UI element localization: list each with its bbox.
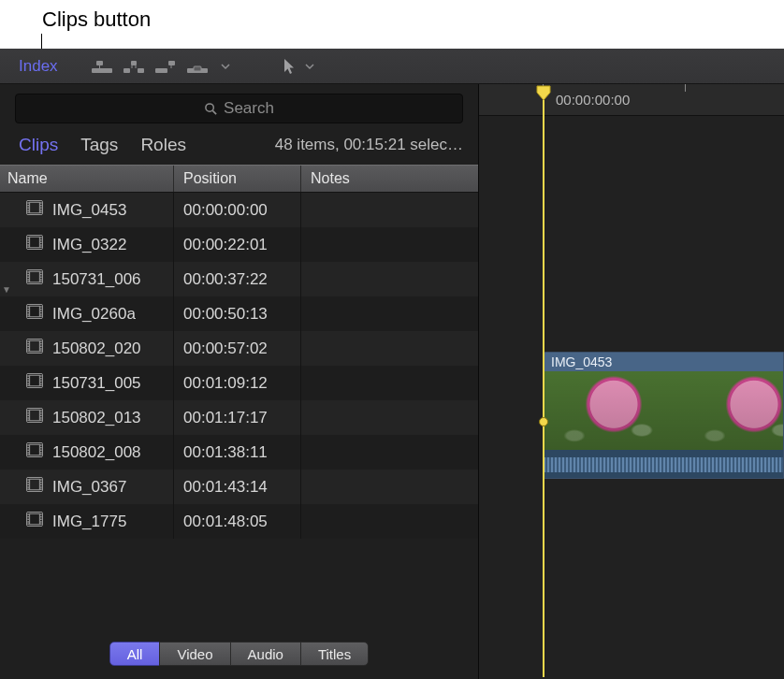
tab-tags[interactable]: Tags [80,135,118,155]
ruler-tick [685,84,686,92]
svg-rect-129 [40,519,41,521]
svg-rect-32 [40,239,41,241]
svg-rect-125 [27,521,28,523]
filter-video[interactable]: Video [159,642,230,666]
film-icon [26,304,43,324]
svg-rect-112 [27,484,28,486]
filter-all[interactable]: All [109,642,161,666]
svg-rect-55 [40,306,41,308]
cell-name: IMG_0367 [0,470,174,504]
svg-rect-14 [27,202,28,204]
svg-rect-127 [40,513,41,515]
cell-position: 00:00:22:01 [174,227,301,262]
filter-audio[interactable]: Audio [230,642,301,666]
svg-rect-59 [40,315,41,317]
svg-rect-130 [40,521,41,523]
svg-rect-56 [40,309,41,311]
table-row[interactable]: IMG_036700:01:43:14 [0,470,478,504]
clip-name: IMG_1775 [52,513,126,531]
svg-rect-85 [30,410,40,421]
cell-position: 00:01:38:11 [174,435,301,470]
main-row: Search Clips Tags Roles 48 items, 00:15:… [0,84,784,679]
svg-rect-21 [40,208,41,209]
app-window: Index [0,49,784,679]
svg-rect-113 [27,486,28,488]
svg-rect-96 [27,442,43,456]
timeline-ruler[interactable]: 00:00:00:00 [479,84,784,116]
table-row[interactable]: IMG_177500:01:48:05 [0,504,478,539]
svg-rect-36 [27,269,43,283]
timecode-label: 00:00:00:00 [556,92,630,108]
disclosure-triangle-icon[interactable]: ▼ [2,284,11,295]
table-row[interactable]: 150731_00500:01:09:12 [0,366,478,400]
overwrite-clip-icon[interactable] [185,56,210,77]
svg-rect-35 [40,246,41,248]
tab-roles[interactable]: Roles [140,135,186,155]
chevron-down-icon[interactable] [213,56,238,77]
chevron-down-icon[interactable] [298,56,322,77]
svg-rect-114 [27,488,28,490]
svg-rect-93 [40,415,41,417]
svg-rect-62 [27,340,28,342]
callout-label: Clips button [42,7,151,32]
svg-rect-19 [40,202,41,204]
film-icon [26,408,43,427]
svg-rect-63 [27,343,28,345]
svg-rect-65 [27,348,28,350]
insert-clip-icon[interactable] [122,56,146,77]
svg-rect-47 [40,281,41,282]
table-row[interactable]: IMG_032200:00:22:01 [0,227,478,262]
table-row[interactable]: 150802_00800:01:38:11 [0,435,478,470]
svg-rect-4 [138,68,144,73]
svg-rect-27 [27,239,28,241]
index-button[interactable]: Index [11,54,65,79]
film-icon [26,269,43,289]
svg-rect-49 [30,306,40,317]
append-clip-icon[interactable] [153,56,178,77]
skimmer-marker-icon[interactable] [539,417,548,426]
clip-name: 150802_013 [52,409,141,427]
timeline[interactable]: 00:00:00:00 IMG_0453 [479,84,784,679]
svg-rect-81 [40,381,41,383]
search-input[interactable]: Search [15,94,463,123]
svg-rect-9 [194,66,201,71]
svg-rect-17 [27,209,28,211]
svg-rect-46 [40,279,41,281]
table-row[interactable]: 150802_01300:01:17:17 [0,400,478,435]
svg-rect-3 [123,68,130,73]
svg-rect-95 [40,419,41,421]
svg-rect-0 [92,68,112,73]
cell-position: 00:01:17:17 [174,400,301,435]
cell-name: 150802_008 [0,435,174,470]
table-row[interactable]: 150731_00600:00:37:22 [0,262,478,296]
table-row[interactable]: 150802_02000:00:57:02 [0,331,478,366]
svg-rect-28 [27,242,28,244]
table-row[interactable]: IMG_0260a00:00:50:13 [0,296,478,331]
header-notes[interactable]: Notes [301,166,478,192]
filter-segment: All Video Audio Titles [0,632,478,679]
svg-rect-64 [27,346,28,348]
svg-rect-91 [40,410,41,412]
svg-rect-123 [27,516,28,518]
svg-rect-38 [27,271,28,273]
table-row[interactable]: IMG_045300:00:00:00 [0,193,478,227]
table-headers: Name Position Notes [0,165,478,193]
svg-rect-66 [27,350,28,352]
timeline-clip[interactable]: IMG_0453 [543,352,784,479]
filter-titles[interactable]: Titles [300,642,369,666]
tab-clips[interactable]: Clips [19,135,58,155]
svg-rect-108 [27,477,43,491]
svg-rect-104 [40,447,41,449]
svg-rect-74 [27,375,28,377]
cell-position: 00:00:57:02 [174,331,301,366]
svg-rect-15 [27,205,28,207]
svg-rect-42 [27,281,28,282]
svg-rect-41 [27,279,28,281]
connect-clip-icon[interactable] [90,56,114,77]
svg-rect-97 [30,444,40,455]
svg-rect-18 [27,211,28,213]
film-icon [26,235,43,254]
header-name[interactable]: Name [0,166,174,192]
film-icon [26,339,43,358]
header-position[interactable]: Position [174,166,301,192]
